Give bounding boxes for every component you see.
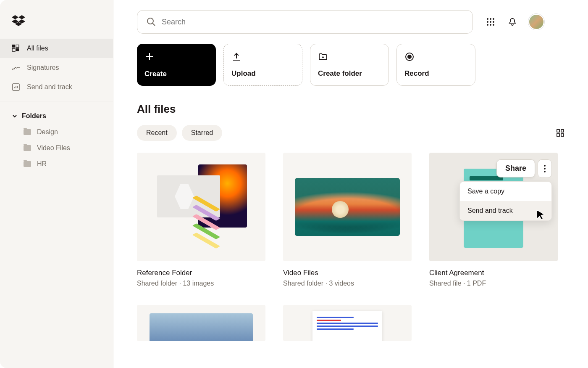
more-options-button[interactable] — [538, 159, 552, 178]
folder-icon — [24, 145, 31, 151]
topbar-right — [485, 14, 544, 30]
filter-recent[interactable]: Recent — [137, 125, 177, 141]
action-row: Create Upload Create folder Record — [137, 44, 564, 86]
divider — [0, 101, 113, 101]
svg-rect-0 — [12, 45, 15, 48]
files-icon — [12, 44, 20, 53]
nav-label: Signatures — [27, 64, 59, 71]
main-content: Create Upload Create folder Record All f… — [113, 0, 588, 368]
nav-all-files[interactable]: All files — [0, 39, 113, 58]
folder-label: HR — [37, 160, 47, 168]
bell-icon — [508, 17, 517, 26]
search-box[interactable] — [137, 10, 473, 34]
card-meta: Shared folder · 3 videos — [283, 280, 412, 287]
svg-point-10 — [490, 21, 491, 23]
folders-label: Folders — [22, 112, 46, 120]
file-grid-row2 — [137, 305, 564, 341]
nav-send-track[interactable]: Send and track — [0, 77, 113, 97]
svg-point-5 — [147, 18, 153, 24]
sidebar: All files Signatures Send and track Fold… — [0, 0, 113, 368]
card-meta: Shared folder · 13 images — [137, 280, 265, 287]
svg-point-16 — [408, 55, 411, 58]
folder-label: Design — [37, 128, 58, 136]
dropbox-logo[interactable] — [0, 10, 113, 39]
file-card-client-agreement[interactable]: ClientAgreement Share Save a copy Send a… — [429, 153, 558, 287]
card-title: Reference Folder — [137, 269, 265, 277]
card-meta: Shared file · 1 PDF — [429, 280, 558, 287]
chevron-down-icon — [12, 113, 18, 119]
svg-rect-3 — [16, 48, 19, 51]
folder-icon — [24, 129, 31, 135]
folders-header[interactable]: Folders — [0, 106, 113, 124]
folder-video-files[interactable]: Video Files — [0, 140, 113, 156]
nav-label: Send and track — [27, 83, 72, 91]
upload-icon — [231, 52, 242, 62]
search-icon — [147, 17, 156, 26]
svg-rect-19 — [557, 134, 559, 136]
svg-point-9 — [487, 21, 488, 23]
action-label: Create — [144, 70, 208, 78]
filter-starred[interactable]: Starred — [182, 125, 222, 141]
nav-signatures[interactable]: Signatures — [0, 58, 113, 77]
file-card-partial-1[interactable] — [137, 305, 265, 341]
file-card-partial-2[interactable] — [283, 305, 412, 341]
folder-label: Video Files — [37, 144, 70, 152]
folder-plus-icon — [318, 52, 328, 62]
file-card-video[interactable]: Video Files Shared folder · 3 videos — [283, 153, 412, 287]
share-button[interactable]: Share — [496, 159, 535, 177]
action-label: Create folder — [318, 69, 381, 78]
action-label: Record — [404, 69, 467, 78]
svg-point-13 — [490, 24, 491, 26]
card-title: Video Files — [283, 269, 412, 277]
chart-icon — [12, 83, 20, 91]
view-toggle-button[interactable] — [556, 129, 564, 137]
folder-icon — [24, 161, 31, 167]
record-icon — [404, 52, 415, 62]
dropbox-icon — [12, 15, 25, 27]
thumbnail — [137, 153, 265, 261]
app-grid-button[interactable] — [485, 16, 496, 28]
folder-hr[interactable]: HR — [0, 156, 113, 172]
signature-icon — [12, 64, 20, 72]
svg-rect-1 — [16, 45, 19, 48]
svg-point-6 — [487, 18, 488, 20]
menu-save-copy[interactable]: Save a copy — [460, 182, 551, 201]
thumbnail — [283, 153, 412, 261]
upload-button[interactable]: Upload — [223, 44, 302, 86]
folder-design[interactable]: Design — [0, 124, 113, 140]
svg-rect-20 — [561, 134, 564, 136]
svg-point-8 — [493, 18, 494, 20]
plus-icon — [144, 51, 155, 61]
topbar — [137, 10, 564, 34]
grid-view-icon — [556, 129, 564, 137]
nav-label: All files — [27, 45, 48, 52]
svg-rect-17 — [557, 130, 559, 132]
filters-row: Recent Starred — [137, 125, 564, 141]
filter-chips: Recent Starred — [137, 125, 222, 141]
create-folder-button[interactable]: Create folder — [310, 44, 389, 86]
thumbnail: ClientAgreement Share Save a copy Send a… — [429, 153, 558, 261]
app-grid-icon — [486, 18, 495, 26]
search-input[interactable] — [162, 18, 463, 26]
record-button[interactable]: Record — [396, 44, 475, 86]
svg-rect-2 — [12, 48, 15, 51]
svg-point-12 — [487, 24, 488, 26]
svg-point-11 — [493, 21, 494, 23]
svg-point-7 — [490, 18, 491, 20]
svg-point-14 — [493, 24, 494, 26]
page-title: All files — [137, 103, 564, 116]
file-grid: Reference Folder Shared folder · 13 imag… — [137, 153, 564, 287]
svg-rect-18 — [561, 130, 564, 132]
more-icon — [544, 165, 546, 172]
create-button[interactable]: Create — [137, 44, 216, 86]
cursor-icon — [535, 209, 546, 220]
avatar[interactable] — [528, 14, 544, 30]
action-label: Upload — [231, 69, 294, 78]
file-card-reference[interactable]: Reference Folder Shared folder · 13 imag… — [137, 153, 265, 287]
card-title: Client Agreement — [429, 269, 558, 277]
notifications-button[interactable] — [507, 16, 518, 28]
